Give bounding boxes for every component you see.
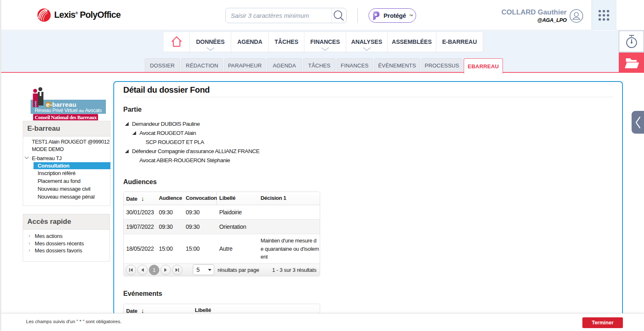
svg-text:e-barreau: e-barreau [46, 101, 77, 108]
svg-text:Conseil National des Barreaux: Conseil National des Barreaux [35, 115, 97, 120]
svg-text:Réseau Privé Virtuel des Avoca: Réseau Privé Virtuel des Avocats [35, 108, 102, 113]
